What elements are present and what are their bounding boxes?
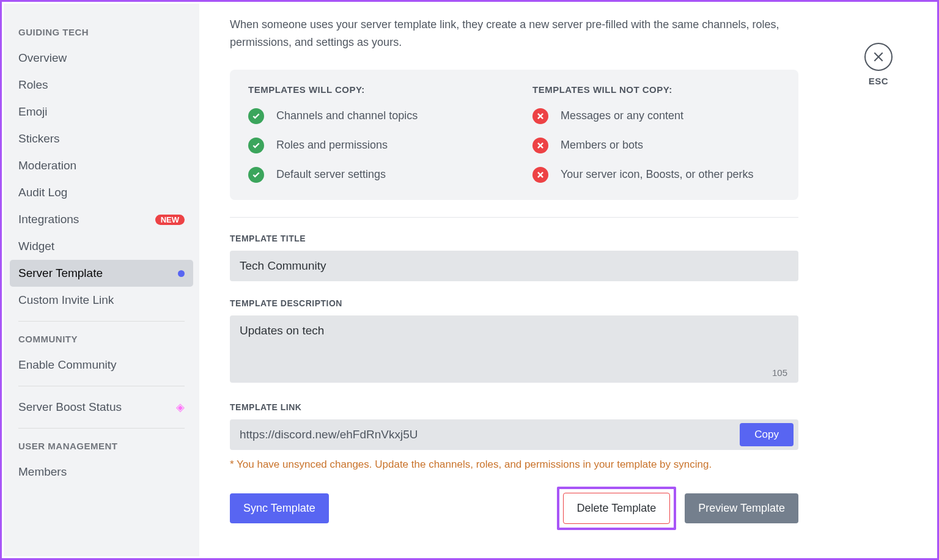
sidebar-divider xyxy=(18,428,185,429)
cross-icon xyxy=(532,167,548,183)
preview-template-button[interactable]: Preview Template xyxy=(685,493,798,523)
unsynced-warning-text: * You have unsynced changes. Update the … xyxy=(230,459,899,471)
copy-item-text: Channels and channel topics xyxy=(276,109,418,122)
template-link-row: Copy xyxy=(230,419,798,450)
copy-item-text: Your server icon, Boosts, or other perks xyxy=(561,168,753,181)
sidebar-item-overview[interactable]: Overview xyxy=(10,45,193,72)
sidebar-item-members[interactable]: Members xyxy=(10,459,193,485)
action-button-row: Sync Template Delete Template Preview Te… xyxy=(230,487,798,530)
copy-link-button[interactable]: Copy xyxy=(740,423,794,446)
close-button[interactable] xyxy=(864,43,893,71)
sidebar-item-server-boost-status[interactable]: Server Boost Status ◈ xyxy=(10,394,193,421)
sidebar-item-label: Enable Community xyxy=(18,358,117,372)
wont-copy-column: TEMPLATES WILL NOT COPY: Messages or any… xyxy=(532,84,780,185)
copy-item-text: Roles and permissions xyxy=(276,139,388,152)
template-link-label: TEMPLATE LINK xyxy=(230,402,899,412)
sidebar-divider xyxy=(18,386,185,386)
sidebar-item-custom-invite-link[interactable]: Custom Invite Link xyxy=(10,287,193,314)
sidebar-item-label: Roles xyxy=(18,78,48,92)
template-copy-info-card: TEMPLATES WILL COPY: Channels and channe… xyxy=(230,70,798,200)
main-content: When someone uses your server template l… xyxy=(199,4,935,556)
will-copy-item: Channels and channel topics xyxy=(248,108,496,124)
sidebar-section-header: COMMUNITY xyxy=(10,329,193,352)
sidebar-section-header: USER MANAGEMENT xyxy=(10,436,193,459)
sidebar-item-label: Stickers xyxy=(18,132,60,146)
sidebar-divider xyxy=(18,321,185,322)
copy-item-text: Members or bots xyxy=(561,139,643,152)
sidebar-item-label: Custom Invite Link xyxy=(18,293,114,307)
sidebar-item-label: Moderation xyxy=(18,159,76,172)
close-label: ESC xyxy=(864,76,893,86)
will-copy-item: Default server settings xyxy=(248,167,496,183)
sidebar-item-label: Server Template xyxy=(18,267,103,280)
template-title-input[interactable] xyxy=(230,251,798,281)
template-title-label: TEMPLATE TITLE xyxy=(230,234,899,243)
sync-template-button[interactable]: Sync Template xyxy=(230,493,329,523)
cross-icon xyxy=(532,138,548,153)
close-group: ESC xyxy=(864,43,893,86)
check-icon xyxy=(248,138,264,153)
new-badge: NEW xyxy=(155,215,185,225)
template-intro-text: When someone uses your server template l… xyxy=(230,16,792,51)
sidebar-item-integrations[interactable]: Integrations NEW xyxy=(10,206,193,233)
wont-copy-title: TEMPLATES WILL NOT COPY: xyxy=(532,84,780,95)
sidebar-item-stickers[interactable]: Stickers xyxy=(10,125,193,152)
section-divider xyxy=(230,217,798,218)
sidebar-item-label: Overview xyxy=(18,51,67,65)
check-icon xyxy=(248,108,264,124)
sidebar-item-label: Members xyxy=(18,465,67,479)
sidebar-item-label: Emoji xyxy=(18,105,48,119)
delete-template-button[interactable]: Delete Template xyxy=(563,493,671,524)
delete-button-highlight: Delete Template xyxy=(557,487,677,530)
will-copy-item: Roles and permissions xyxy=(248,138,496,153)
sidebar-item-label: Widget xyxy=(18,240,54,253)
sidebar-item-label: Audit Log xyxy=(18,186,67,199)
will-copy-column: TEMPLATES WILL COPY: Channels and channe… xyxy=(248,84,496,185)
sidebar-section-header: GUIDING TECH xyxy=(10,22,193,45)
copy-item-text: Default server settings xyxy=(276,168,386,181)
cross-icon xyxy=(532,108,548,124)
sidebar-item-moderation[interactable]: Moderation xyxy=(10,152,193,179)
boost-icon: ◈ xyxy=(176,400,185,414)
template-description-textarea[interactable] xyxy=(230,315,798,383)
wont-copy-item: Messages or any content xyxy=(532,108,780,124)
char-count: 105 xyxy=(772,367,787,378)
sidebar-item-roles[interactable]: Roles xyxy=(10,72,193,98)
sidebar-item-label: Server Boost Status xyxy=(18,400,122,414)
sidebar-item-server-template[interactable]: Server Template xyxy=(10,260,193,287)
sidebar-item-enable-community[interactable]: Enable Community xyxy=(10,352,193,378)
sidebar-item-label: Integrations xyxy=(18,213,79,226)
template-link-input[interactable] xyxy=(230,419,740,450)
wont-copy-item: Members or bots xyxy=(532,138,780,153)
close-icon xyxy=(872,51,885,63)
sidebar-item-audit-log[interactable]: Audit Log xyxy=(10,179,193,206)
template-description-label: TEMPLATE DESCRIPTION xyxy=(230,298,899,308)
check-icon xyxy=(248,167,264,183)
will-copy-title: TEMPLATES WILL COPY: xyxy=(248,84,496,95)
copy-item-text: Messages or any content xyxy=(561,109,683,122)
unsynced-dot-icon xyxy=(178,270,185,277)
sidebar-item-widget[interactable]: Widget xyxy=(10,233,193,260)
sidebar-item-emoji[interactable]: Emoji xyxy=(10,98,193,125)
settings-sidebar: GUIDING TECH Overview Roles Emoji Sticke… xyxy=(4,4,199,556)
wont-copy-item: Your server icon, Boosts, or other perks xyxy=(532,167,780,183)
